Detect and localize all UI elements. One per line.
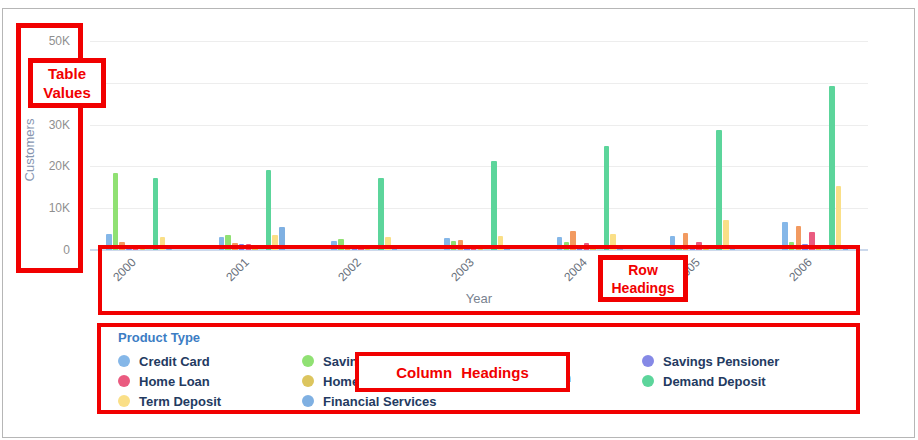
bar-2003-8[interactable]: [491, 161, 497, 250]
gridline: [90, 125, 868, 126]
chart-screenshot: Customers Year 010K20K30K40K50K200020012…: [0, 0, 918, 440]
table-values-callout: Table Values: [28, 58, 106, 108]
bar-2005-8[interactable]: [716, 130, 722, 250]
row-headings-callout: Row Headings: [598, 255, 688, 302]
bar-2004-8[interactable]: [604, 146, 610, 250]
bar-2002-8[interactable]: [378, 178, 384, 250]
bar-2006-8[interactable]: [829, 86, 835, 250]
bar-2000-2[interactable]: [113, 173, 119, 250]
bar-2000-8[interactable]: [153, 178, 159, 250]
gridline: [90, 166, 868, 167]
gridline: [90, 83, 868, 84]
row-headings-label-line2: Headings: [611, 279, 674, 297]
row-headings-label-line1: Row: [628, 261, 658, 279]
bar-2006-9[interactable]: [836, 186, 842, 250]
column-headings-callout: Column Headings: [355, 352, 570, 392]
bar-2001-8[interactable]: [266, 170, 272, 250]
gridline: [90, 41, 868, 42]
table-values-label-line2: Values: [43, 83, 91, 102]
gridline: [90, 208, 868, 209]
column-headings-label: Column Headings: [396, 364, 529, 381]
table-values-label-line1: Table: [48, 64, 86, 83]
row-headings-region-outline: [98, 245, 860, 315]
